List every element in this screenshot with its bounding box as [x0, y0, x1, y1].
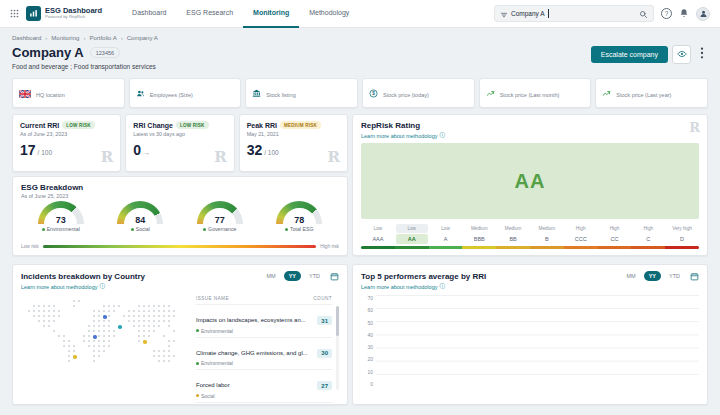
map-dot	[163, 310, 165, 312]
calendar-button[interactable]	[330, 272, 339, 281]
info-icon: ⓘ	[439, 283, 445, 290]
map-dot	[128, 320, 130, 322]
map-dot	[28, 310, 30, 312]
logo-subtitle: Powered by RepRisk	[45, 15, 102, 20]
current-rating-grade: AA	[515, 170, 546, 193]
map-dot	[63, 345, 65, 347]
period-yy-button[interactable]: YY	[284, 271, 301, 281]
map-dot	[103, 350, 105, 352]
help-button[interactable]: ?	[661, 8, 672, 19]
app-logo[interactable]: ESG Dashboard Powered by RepRisk	[26, 6, 102, 21]
map-dot	[173, 315, 175, 317]
watch-company-button[interactable]	[672, 45, 691, 64]
breadcrumb-portfolio-a[interactable]: Portfolio A	[89, 35, 116, 41]
notifications-button[interactable]	[679, 6, 689, 21]
table-row[interactable]: Climate change, GHG emissions, and gl...…	[196, 337, 332, 370]
table-row[interactable]: Forced labor Social 27	[196, 369, 332, 402]
map-dot	[103, 310, 105, 312]
map-dot	[98, 330, 100, 332]
map-dot	[103, 335, 105, 337]
nav-esg-research[interactable]: ESG Research	[176, 0, 243, 28]
rating-risk-label: Very high	[666, 224, 698, 233]
breadcrumb: Dashboard › Monitoring › Portfolio A › C…	[12, 35, 708, 41]
map-incident-marker[interactable]	[118, 325, 122, 329]
scrollbar-thumb[interactable]	[336, 306, 339, 336]
y-axis-tick: 60	[361, 307, 373, 313]
map-dot	[73, 305, 75, 307]
map-dot	[98, 335, 100, 337]
info-label: Stock price (today)	[383, 92, 429, 98]
map-dot	[43, 310, 45, 312]
map-dot	[43, 325, 45, 327]
rri-value: 17	[20, 142, 36, 158]
map-dot	[103, 330, 105, 332]
rating-scale-col: MediumBBB	[462, 224, 496, 249]
table-scrollbar[interactable]	[336, 306, 339, 390]
map-dot	[168, 350, 170, 352]
map-dot	[48, 320, 50, 322]
risk-gradient-bar	[43, 245, 317, 248]
learn-more-link[interactable]: Learn more about methodologyⓘ	[361, 132, 699, 139]
nav-dashboard[interactable]: Dashboard	[122, 0, 176, 28]
map-dot	[148, 335, 150, 337]
app-grid-icon[interactable]	[10, 9, 19, 18]
esg-gauge-arc: 73	[38, 201, 84, 224]
map-dot	[113, 305, 115, 307]
gauge-label: Environmental	[47, 226, 80, 232]
map-dot	[113, 335, 115, 337]
search-icon[interactable]	[639, 5, 648, 23]
map-dot	[53, 315, 55, 317]
period-yy-button[interactable]: YY	[644, 271, 661, 281]
card-title: Incidents breakdown by Country	[21, 272, 145, 281]
nav-methodology[interactable]: Methodology	[299, 0, 359, 28]
table-row[interactable]: Impacts on landscapes, ecosystems an... …	[196, 304, 332, 337]
map-incident-marker[interactable]	[103, 315, 107, 319]
top5-plot	[376, 295, 699, 387]
map-dot	[143, 315, 145, 317]
map-dot	[158, 350, 160, 352]
period-ytd-button[interactable]: YTD	[664, 271, 685, 281]
rating-grade-label: B	[531, 234, 563, 244]
map-dot	[173, 355, 175, 357]
map-dot	[83, 335, 85, 337]
escalate-company-button[interactable]: Escalate company	[591, 46, 668, 63]
gauge-value: 73	[38, 215, 84, 225]
table-row[interactable]: Human rights abuses and corporate co... …	[196, 402, 332, 406]
map-dot	[153, 315, 155, 317]
map-dot	[93, 325, 95, 327]
card-title: Current RRI	[20, 122, 59, 129]
nav-monitoring[interactable]: Monitoring	[243, 0, 299, 28]
global-search-input[interactable]: Company A	[494, 5, 654, 22]
breadcrumb-monitoring[interactable]: Monitoring	[51, 35, 79, 41]
map-dot	[118, 305, 120, 307]
user-avatar[interactable]	[696, 7, 710, 21]
rating-scale-strip	[429, 246, 463, 249]
map-dot	[68, 340, 70, 342]
top5-bar-chart: 706050403020100	[353, 290, 707, 387]
period-ytd-button[interactable]: YTD	[304, 271, 325, 281]
map-dot	[143, 330, 145, 332]
map-dot	[93, 360, 95, 362]
map-dot	[158, 315, 160, 317]
map-incident-marker[interactable]	[93, 335, 97, 339]
map-incident-marker[interactable]	[73, 355, 77, 359]
risk-badge: LOW RISK	[176, 121, 209, 129]
map-dot	[163, 315, 165, 317]
learn-more-link[interactable]: Learn more about methodologyⓘ	[353, 283, 707, 290]
period-mm-button[interactable]: MM	[261, 271, 280, 281]
gauge-social: 84 Social	[105, 201, 175, 242]
current-rri-card: Current RRI LOW RISK As of June 23, 2023…	[12, 114, 121, 172]
period-mm-button[interactable]: MM	[621, 271, 640, 281]
breadcrumb-dashboard[interactable]: Dashboard	[12, 35, 41, 41]
map-dot	[123, 315, 125, 317]
calendar-button[interactable]	[690, 272, 699, 281]
more-options-button[interactable]	[695, 45, 708, 64]
map-dot	[93, 315, 95, 317]
map-dot	[138, 320, 140, 322]
learn-more-link[interactable]: Learn more about methodologyⓘ	[13, 283, 347, 290]
issue-category: Environmental	[201, 360, 233, 366]
map-dot	[48, 305, 50, 307]
map-dot	[143, 320, 145, 322]
map-dot	[128, 315, 130, 317]
map-incident-marker[interactable]	[143, 340, 147, 344]
